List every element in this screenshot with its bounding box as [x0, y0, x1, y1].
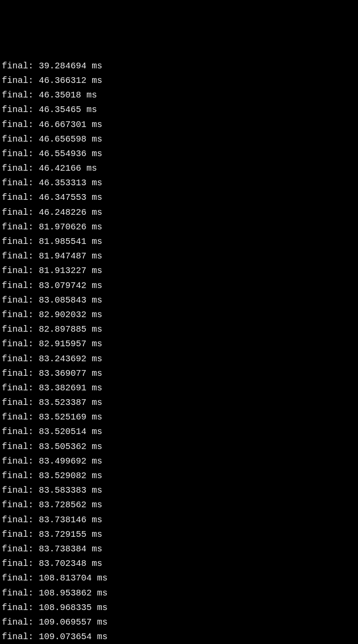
log-line: final: 81.970626 ms: [2, 220, 356, 234]
log-label: final:: [2, 251, 34, 261]
log-line: final: 46.35465 ms: [2, 102, 356, 117]
log-unit: ms: [92, 192, 102, 202]
log-value: 81.985541: [39, 236, 86, 247]
log-line: final: 83.382691 ms: [2, 381, 356, 395]
log-label: final:: [2, 281, 34, 291]
log-value: 83.738146: [39, 515, 86, 525]
log-label: final:: [2, 588, 34, 598]
log-unit: ms: [92, 339, 102, 349]
log-line: final: 83.243692 ms: [2, 352, 356, 366]
log-label: final:: [2, 456, 34, 466]
log-unit: ms: [92, 456, 102, 466]
log-line: final: 81.913227 ms: [2, 263, 356, 278]
log-unit: ms: [92, 544, 102, 554]
log-line: final: 82.902032 ms: [2, 307, 356, 322]
log-unit: ms: [92, 295, 102, 305]
log-label: final:: [2, 354, 34, 364]
log-line: final: 108.813704 ms: [2, 571, 356, 585]
log-label: final:: [2, 558, 34, 569]
log-unit: ms: [92, 500, 102, 510]
log-line: final: 81.985541 ms: [2, 234, 356, 249]
log-value: 46.366312: [39, 75, 86, 86]
log-value: 83.499692: [39, 456, 86, 466]
log-value: 83.505362: [39, 442, 86, 452]
log-line: final: 109.069557 ms: [2, 615, 356, 629]
log-value: 83.382691: [39, 383, 86, 393]
log-label: final:: [2, 397, 34, 408]
log-line: final: 109.073654 ms: [2, 629, 356, 644]
log-value: 81.970626: [39, 222, 86, 232]
log-label: final:: [2, 310, 34, 320]
log-unit: ms: [92, 383, 102, 393]
log-label: final:: [2, 515, 34, 525]
log-value: 83.520514: [39, 427, 86, 437]
log-value: 108.953862: [39, 588, 92, 598]
log-unit: ms: [92, 207, 102, 217]
log-value: 46.35465: [39, 105, 81, 115]
log-value: 83.702348: [39, 558, 86, 569]
log-unit: ms: [92, 412, 102, 422]
log-unit: ms: [92, 558, 102, 569]
log-line: final: 83.702348 ms: [2, 556, 356, 571]
log-unit: ms: [92, 134, 102, 144]
log-line: final: 46.667301 ms: [2, 117, 356, 132]
log-unit: ms: [92, 324, 102, 334]
log-label: final:: [2, 90, 34, 100]
log-unit: ms: [92, 397, 102, 408]
log-unit: ms: [92, 61, 102, 71]
log-value: 82.902032: [39, 310, 86, 320]
log-value: 109.073654: [39, 632, 92, 642]
log-value: 46.353313: [39, 178, 86, 188]
log-value: 83.729155: [39, 529, 86, 539]
log-unit: ms: [97, 573, 108, 583]
log-line: final: 46.656598 ms: [2, 132, 356, 146]
log-unit: ms: [92, 236, 102, 247]
log-value: 46.347553: [39, 192, 86, 202]
log-value: 46.656598: [39, 134, 86, 144]
log-label: final:: [2, 544, 34, 554]
log-unit: ms: [92, 120, 102, 130]
log-label: final:: [2, 178, 34, 188]
log-label: final:: [2, 383, 34, 393]
log-label: final:: [2, 105, 34, 115]
log-line: final: 83.729155 ms: [2, 527, 356, 542]
log-line: final: 83.738146 ms: [2, 513, 356, 527]
log-label: final:: [2, 295, 34, 305]
log-label: final:: [2, 236, 34, 247]
log-label: final:: [2, 529, 34, 539]
log-line: final: 46.366312 ms: [2, 73, 356, 88]
log-unit: ms: [92, 515, 102, 525]
log-value: 83.369077: [39, 368, 86, 378]
log-unit: ms: [92, 485, 102, 495]
log-line: final: 46.248226 ms: [2, 205, 356, 220]
log-label: final:: [2, 149, 34, 159]
log-label: final:: [2, 617, 34, 627]
log-line: final: 83.520514 ms: [2, 424, 356, 439]
log-value: 83.243692: [39, 354, 86, 364]
log-unit: ms: [92, 222, 102, 232]
log-line: final: 83.529082 ms: [2, 468, 356, 483]
log-unit: ms: [97, 632, 108, 642]
log-unit: ms: [97, 617, 108, 627]
log-unit: ms: [92, 529, 102, 539]
log-value: 82.915957: [39, 339, 86, 349]
log-unit: ms: [92, 310, 102, 320]
log-line: final: 39.284694 ms: [2, 59, 356, 73]
log-unit: ms: [92, 427, 102, 437]
log-label: final:: [2, 222, 34, 232]
log-label: final:: [2, 163, 34, 173]
log-value: 81.913227: [39, 266, 86, 276]
log-line: final: 83.085843 ms: [2, 293, 356, 307]
log-line: final: 83.525169 ms: [2, 410, 356, 424]
log-unit: ms: [92, 75, 102, 86]
log-value: 83.529082: [39, 471, 86, 481]
log-value: 83.728562: [39, 500, 86, 510]
log-unit: ms: [92, 266, 102, 276]
log-value: 46.554936: [39, 149, 86, 159]
log-value: 46.667301: [39, 120, 86, 130]
log-line: final: 82.915957 ms: [2, 337, 356, 351]
log-label: final:: [2, 339, 34, 349]
log-unit: ms: [92, 149, 102, 159]
log-unit: ms: [92, 281, 102, 291]
log-label: final:: [2, 500, 34, 510]
